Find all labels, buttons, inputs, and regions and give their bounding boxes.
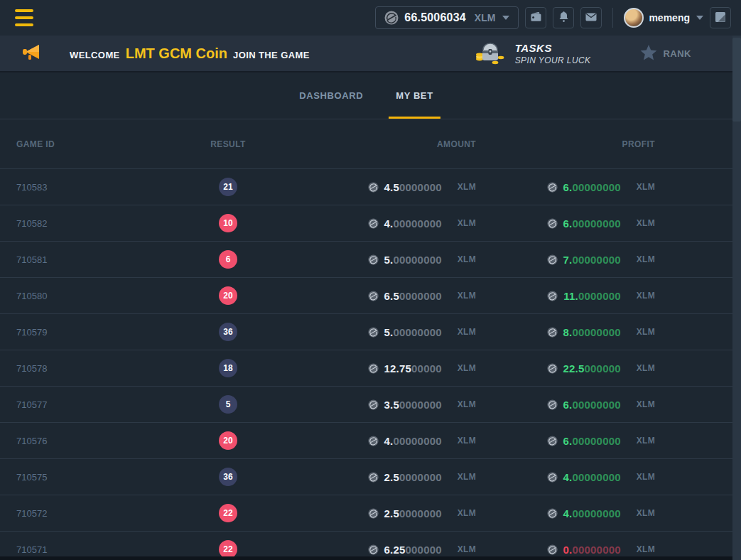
profit-cell: 6.00000000 XLM [497, 435, 732, 447]
amount-cell: 4.50000000 XLM [328, 181, 497, 193]
profit-cell: 7.00000000 XLM [497, 254, 732, 266]
xlm-coin-icon [547, 327, 558, 338]
amount-value: 2.50000000 [384, 471, 442, 483]
tasks-button[interactable]: TASKS SPIN YOUR LUCK [474, 40, 591, 68]
xlm-coin-icon [368, 327, 379, 338]
hamburger-menu-button[interactable] [15, 9, 36, 26]
game-id: 710577 [16, 399, 47, 410]
xlm-coin-icon [368, 399, 379, 410]
game-id: 710576 [16, 436, 47, 446]
col-profit: PROFIT [622, 139, 732, 149]
topbar: 66.5006034 XLM m [0, 0, 741, 36]
col-amount: AMOUNT [437, 139, 497, 149]
table-row[interactable]: 710580 20 6.50000000 XLM 11.0000000 XLM [0, 277, 732, 313]
amount-value: 4.00000000 [384, 435, 442, 447]
bell-icon [558, 11, 569, 25]
xlm-coin-icon [547, 508, 558, 519]
profit-cell: 4.00000000 XLM [497, 507, 732, 519]
amount-cell: 4.00000000 XLM [328, 217, 497, 230]
tasks-title: TASKS [515, 42, 591, 54]
amount-value: 6.50000000 [384, 290, 442, 302]
profit-value: 0.00000000 [563, 544, 621, 556]
balance-currency: XLM [475, 12, 496, 23]
xlm-coin-icon [368, 254, 379, 265]
game-id: 710579 [16, 327, 47, 338]
currency-label: XLM [458, 472, 476, 482]
amount-cell: 5.00000000 XLM [328, 326, 497, 338]
table-row[interactable]: 710572 22 2.50000000 XLM 4.00000000 XLM [0, 495, 732, 531]
chat-icon [715, 11, 726, 25]
topbar-divider [612, 8, 613, 28]
profit-value: 4.00000000 [563, 507, 621, 519]
amount-value: 3.50000000 [384, 399, 442, 411]
game-id: 710581 [16, 254, 47, 265]
scrollbar-track[interactable] [732, 36, 741, 560]
currency-label: XLM [458, 182, 476, 192]
balance-selector[interactable]: 66.5006034 XLM [375, 6, 519, 29]
messages-button[interactable] [580, 7, 602, 28]
mail-icon [585, 13, 597, 23]
profit-cell: 6.00000000 XLM [497, 181, 732, 193]
xlm-coin-icon [368, 472, 379, 483]
table-row[interactable]: 710581 6 5.00000000 XLM 7.00000000 XLM [0, 241, 732, 277]
amount-value: 12.7500000 [384, 362, 442, 375]
amount-cell: 3.50000000 XLM [328, 399, 497, 411]
profit-value: 6.00000000 [563, 435, 621, 447]
table-row[interactable]: 710577 5 3.50000000 XLM 6.00000000 XLM [0, 386, 732, 422]
currency-label: XLM [637, 182, 655, 192]
amount-cell: 2.50000000 XLM [328, 471, 497, 483]
brand-name: LMT GCM Coin [126, 45, 227, 62]
table-row[interactable]: 710571 22 6.25000000 XLM 0.00000000 XLM [0, 531, 732, 560]
chat-button[interactable] [710, 7, 731, 28]
amount-value: 5.00000000 [384, 326, 442, 338]
amount-value: 4.00000000 [384, 217, 442, 230]
game-id: 710583 [16, 182, 47, 193]
tab-dashboard[interactable]: DASHBOARD [292, 72, 370, 119]
table-row[interactable]: 710583 21 4.50000000 XLM 6.00000000 XLM [0, 168, 732, 205]
profit-value: 6.00000000 [563, 181, 621, 193]
xlm-coin-icon [368, 363, 379, 374]
currency-label: XLM [458, 254, 476, 264]
amount-cell: 5.00000000 XLM [328, 254, 497, 266]
chevron-down-icon [696, 16, 703, 20]
table-row[interactable]: 710575 36 2.50000000 XLM 4.00000000 XLM [0, 458, 732, 495]
xlm-coin-icon [368, 182, 379, 193]
currency-label: XLM [637, 508, 655, 518]
amount-value: 2.50000000 [384, 507, 442, 519]
xlm-coin-icon [547, 472, 558, 483]
currency-label: XLM [637, 291, 655, 301]
table-row[interactable]: 710582 10 4.00000000 XLM 6.00000000 XLM [0, 205, 732, 241]
table-row[interactable]: 710578 18 12.7500000 XLM 22.5000000 XLM [0, 350, 732, 386]
table-body: 710583 21 4.50000000 XLM 6.00000000 XLM … [0, 168, 741, 560]
currency-label: XLM [458, 399, 476, 409]
notifications-button[interactable] [553, 7, 574, 28]
col-result: RESULT [210, 139, 246, 149]
currency-label: XLM [637, 363, 655, 373]
star-icon [640, 45, 657, 63]
profit-cell: 4.00000000 XLM [497, 471, 732, 483]
currency-label: XLM [458, 363, 476, 373]
profit-value: 4.00000000 [563, 471, 621, 483]
result-badge: 10 [219, 214, 237, 232]
topbar-right: 66.5006034 XLM m [375, 6, 731, 29]
amount-cell: 6.25000000 XLM [328, 544, 497, 556]
scrollbar-thumb[interactable] [732, 38, 741, 122]
rank-button[interactable]: RANK [640, 45, 691, 63]
xlm-coin-icon [547, 399, 558, 410]
profit-cell: 6.00000000 XLM [497, 399, 732, 411]
menu-icon [15, 9, 33, 12]
table-row[interactable]: 710576 20 4.00000000 XLM 6.00000000 XLM [0, 422, 732, 458]
table-row[interactable]: 710579 36 5.00000000 XLM 8.00000000 XLM [0, 313, 732, 350]
xlm-coin-icon [547, 218, 558, 229]
megaphone-icon [21, 42, 43, 65]
table-header: GAME ID RESULT AMOUNT PROFIT [0, 119, 732, 168]
tab-my-bet[interactable]: MY BET [389, 72, 440, 119]
amount-cell: 4.00000000 XLM [328, 435, 497, 447]
currency-label: XLM [458, 508, 476, 518]
user-menu[interactable]: memeng [624, 8, 703, 28]
chevron-down-icon [502, 16, 509, 20]
treasure-chest-icon [474, 40, 507, 68]
avatar [624, 8, 644, 28]
currency-label: XLM [637, 254, 655, 264]
wallet-button[interactable] [525, 7, 546, 28]
